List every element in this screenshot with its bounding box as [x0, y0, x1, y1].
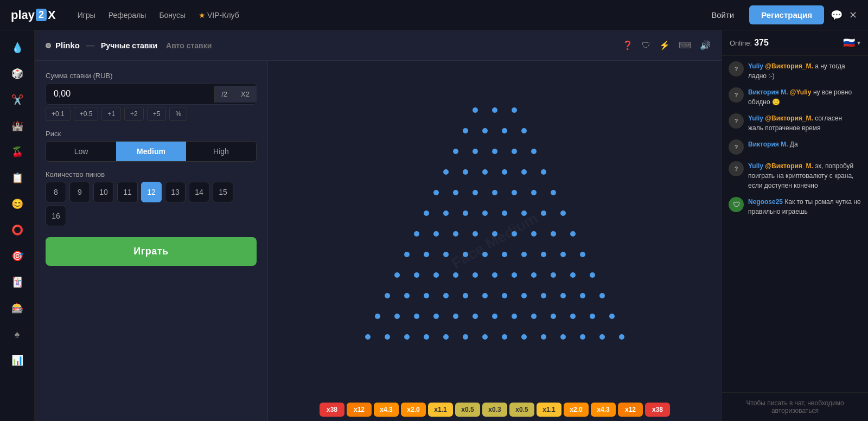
- chat-mention[interactable]: @Виктория_М.: [765, 114, 813, 122]
- nav-bonuses[interactable]: Бонусы: [159, 11, 186, 20]
- bet-input[interactable]: [46, 84, 214, 104]
- logo[interactable]: play2X: [11, 8, 56, 22]
- sound-icon[interactable]: 🔊: [700, 40, 711, 50]
- chat-username[interactable]: Yuliy: [748, 162, 763, 170]
- pin-12[interactable]: 12: [141, 182, 162, 202]
- svg-point-22: [512, 190, 517, 195]
- svg-point-89: [385, 334, 390, 340]
- play-button[interactable]: Играть: [46, 237, 257, 266]
- sidebar-item-target[interactable]: 🎯: [7, 245, 28, 267]
- svg-point-79: [453, 314, 458, 319]
- list-item: 🛡 Negoose25 Как то ты ромал чутка не пра…: [729, 197, 861, 216]
- chevron-down-icon[interactable]: ▾: [857, 39, 860, 47]
- login-button[interactable]: Войти: [703, 6, 743, 24]
- nav-games[interactable]: Игры: [78, 11, 95, 20]
- svg-point-40: [551, 231, 556, 237]
- mult-10: x4.3: [591, 403, 616, 417]
- quick-btn-1[interactable]: +1: [101, 107, 121, 121]
- chat-username[interactable]: Yuliy: [748, 62, 763, 70]
- sidebar-item-cube[interactable]: 🎲: [7, 63, 28, 85]
- tab-manual[interactable]: Ручные ставки: [101, 41, 157, 50]
- svg-point-71: [541, 293, 546, 298]
- plinko-area: Face Medium: [268, 61, 722, 421]
- chat-icon[interactable]: 💬: [831, 9, 843, 21]
- chat-mention[interactable]: @Виктория_М.: [765, 162, 813, 170]
- chat-username[interactable]: Виктория М.: [748, 88, 788, 96]
- mult-9: x2.0: [564, 403, 589, 417]
- lightning-icon[interactable]: ⚡: [659, 40, 670, 50]
- multiplier-row: x38 x12 x4.3 x2.0 x1.1 x0.5 x0.3 x0.5 x1…: [268, 398, 722, 421]
- quick-btn-pct[interactable]: %: [169, 107, 187, 121]
- chat-username[interactable]: Виктория М.: [748, 141, 788, 148]
- risk-high[interactable]: High: [186, 142, 256, 161]
- game-name: Plinko: [55, 41, 80, 50]
- svg-point-70: [521, 293, 527, 298]
- svg-point-74: [599, 293, 605, 298]
- sidebar-item-spades[interactable]: ♠: [7, 323, 28, 345]
- pin-11[interactable]: 11: [117, 182, 138, 202]
- sidebar-item-tools[interactable]: ✂️: [7, 89, 28, 111]
- pin-16[interactable]: 16: [46, 206, 66, 226]
- pin-8[interactable]: 8: [46, 182, 66, 202]
- svg-point-73: [580, 293, 585, 298]
- svg-point-55: [453, 272, 458, 278]
- nav-vip[interactable]: ★VIP-Клуб: [199, 11, 239, 20]
- chat-header: Online: 375 🇷🇺 ▾: [722, 30, 868, 56]
- header-icons: ❓ 🛡 ⚡ ⌨ 🔊: [622, 40, 711, 50]
- svg-point-6: [521, 128, 527, 133]
- message-body: Yuliy @Виктория_М. согласенжаль потрачен…: [748, 113, 842, 133]
- pin-10[interactable]: 10: [93, 182, 114, 202]
- flag-icon[interactable]: 🇷🇺: [843, 37, 855, 49]
- quick-btn-5[interactable]: +5: [147, 107, 167, 121]
- pins-section: Количество пинов 8 9 10 11 12 13 14 15 1…: [46, 170, 257, 226]
- pin-14[interactable]: 14: [189, 182, 209, 202]
- close-icon[interactable]: ✕: [849, 9, 857, 21]
- chat-mention[interactable]: @Виктория_М.: [765, 62, 813, 70]
- svg-point-43: [424, 252, 429, 257]
- svg-point-69: [502, 293, 507, 298]
- message-body: Yuliy @Виктория_М. эх, попробуй поиграть…: [748, 161, 861, 190]
- list-item: ? Yuliy @Виктория_М. а ну тогда ладно :-…: [729, 61, 861, 81]
- risk-label: Риск: [46, 130, 257, 138]
- pin-9[interactable]: 9: [69, 182, 90, 202]
- sidebar-item-castle[interactable]: 🏰: [7, 115, 28, 137]
- quick-btn-05[interactable]: +0.5: [74, 107, 99, 121]
- tab-auto[interactable]: Авто ставки: [166, 41, 212, 50]
- star-icon: ★: [199, 11, 206, 20]
- shield-icon[interactable]: 🛡: [642, 41, 650, 50]
- list-item: ? Yuliy @Виктория_М. эх, попробуй поигра…: [729, 161, 861, 190]
- register-button[interactable]: Регистрация: [749, 5, 824, 24]
- message-body: Negoose25 Как то ты ромал чутка не прави…: [748, 197, 861, 216]
- sidebar-item-dice[interactable]: 🎰: [7, 297, 28, 319]
- sidebar-item-drop[interactable]: 💧: [7, 37, 28, 59]
- sidebar-item-list[interactable]: 📋: [7, 167, 28, 189]
- nav-referrals[interactable]: Рефералы: [108, 11, 146, 20]
- sidebar-item-cherry[interactable]: 🍒: [7, 141, 28, 163]
- bet-input-row: /2 X2: [46, 83, 257, 105]
- svg-point-27: [463, 210, 468, 216]
- double-button[interactable]: X2: [234, 86, 256, 103]
- svg-point-26: [443, 210, 449, 216]
- sidebar-item-card[interactable]: 🃏: [7, 271, 28, 293]
- svg-point-83: [531, 314, 537, 319]
- half-button[interactable]: /2: [214, 86, 234, 103]
- svg-point-48: [521, 252, 527, 257]
- svg-point-33: [414, 231, 419, 237]
- game-title-container: Plinko — Ручные ставки Авто ставки: [46, 41, 212, 50]
- sidebar-item-smile[interactable]: 😊: [7, 193, 28, 215]
- help-icon[interactable]: ❓: [622, 40, 633, 50]
- sidebar-item-chart[interactable]: 📊: [7, 349, 28, 371]
- risk-medium[interactable]: Medium: [116, 142, 186, 161]
- logo-x: X: [48, 8, 56, 22]
- chat-username[interactable]: Negoose25: [748, 198, 783, 206]
- risk-low[interactable]: Low: [46, 142, 116, 161]
- quick-btn-2[interactable]: +2: [124, 107, 144, 121]
- pin-13[interactable]: 13: [165, 182, 186, 202]
- quick-btn-01[interactable]: +0.1: [46, 107, 71, 121]
- svg-point-63: [385, 293, 390, 298]
- keyboard-icon[interactable]: ⌨: [679, 40, 691, 50]
- chat-mention[interactable]: @Yuliy: [790, 88, 812, 96]
- sidebar-item-circle[interactable]: ⭕: [7, 219, 28, 241]
- chat-username[interactable]: Yuliy: [748, 114, 763, 122]
- pin-15[interactable]: 15: [213, 182, 233, 202]
